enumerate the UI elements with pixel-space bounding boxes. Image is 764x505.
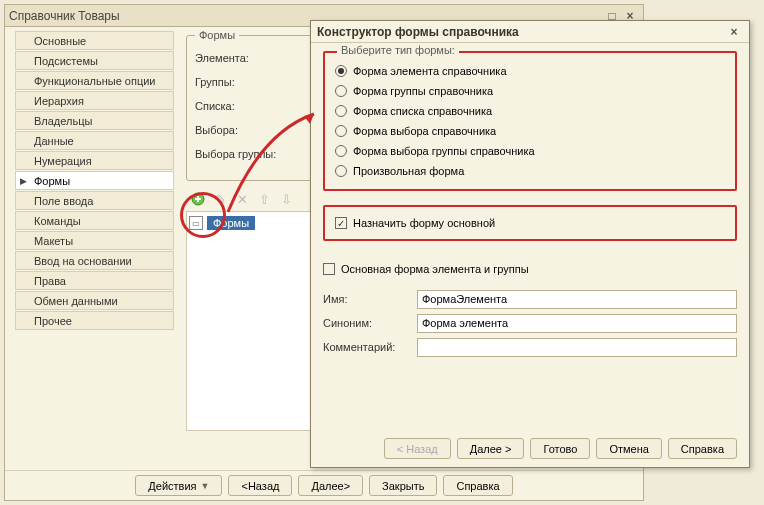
assign-main-group: Назначить форму основной	[323, 205, 737, 241]
radio-icon	[335, 65, 347, 77]
move-up-icon[interactable]: ⇧	[256, 191, 272, 207]
form-type-group: Выберите тип формы: Форма элемента справ…	[323, 51, 737, 191]
edit-icon[interactable]: ✎	[212, 191, 228, 207]
assign-main-checkbox[interactable]: Назначить форму основной	[335, 213, 725, 233]
sidebar-item-input-field[interactable]: Поле ввода	[15, 191, 174, 210]
sidebar-item-data[interactable]: Данные	[15, 131, 174, 150]
sidebar-item-functional-options[interactable]: Функциональные опции	[15, 71, 174, 90]
sidebar-item-subsystems[interactable]: Подсистемы	[15, 51, 174, 70]
list-item-label: Формы	[207, 216, 255, 230]
synonym-input[interactable]	[417, 314, 737, 333]
dlg-help-button[interactable]: Справка	[668, 438, 737, 459]
main-form-checkbox[interactable]: Основная форма элемента и группы	[323, 259, 737, 279]
form-icon: ▭	[189, 216, 203, 230]
label-choice: Выбора:	[195, 124, 291, 136]
label-element: Элемента:	[195, 52, 291, 64]
dialog-title: Конструктор формы справочника	[317, 25, 519, 39]
form-type-legend: Выберите тип формы:	[337, 44, 459, 56]
sidebar-item-hierarchy[interactable]: Иерархия	[15, 91, 174, 110]
comment-label: Комментарий:	[323, 341, 413, 353]
actions-button[interactable]: Действия▼	[135, 475, 222, 496]
sidebar: Основные Подсистемы Функциональные опции…	[5, 27, 178, 470]
radio-list-form[interactable]: Форма списка справочника	[335, 101, 725, 121]
dlg-back-button[interactable]: < Назад	[384, 438, 451, 459]
dlg-done-button[interactable]: Готово	[530, 438, 590, 459]
sidebar-item-exchange[interactable]: Обмен данными	[15, 291, 174, 310]
dialog-titlebar: Конструктор формы справочника ×	[311, 21, 749, 43]
sidebar-item-rights[interactable]: Права	[15, 271, 174, 290]
sidebar-item-commands[interactable]: Команды	[15, 211, 174, 230]
radio-icon	[335, 145, 347, 157]
dialog-close-icon[interactable]: ×	[725, 23, 743, 41]
name-label: Имя:	[323, 293, 413, 305]
help-button[interactable]: Справка	[443, 475, 512, 496]
sidebar-item-templates[interactable]: Макеты	[15, 231, 174, 250]
checkbox-icon	[335, 217, 347, 229]
dialog-footer: < Назад Далее > Готово Отмена Справка	[311, 438, 749, 459]
radio-choice-form[interactable]: Форма выбора справочника	[335, 121, 725, 141]
radio-icon	[335, 125, 347, 137]
sidebar-item-numbering[interactable]: Нумерация	[15, 151, 174, 170]
label-group: Группы:	[195, 76, 291, 88]
move-down-icon[interactable]: ⇩	[278, 191, 294, 207]
sidebar-item-other[interactable]: Прочее	[15, 311, 174, 330]
forms-legend: Формы	[195, 29, 239, 41]
sidebar-item-owners[interactable]: Владельцы	[15, 111, 174, 130]
radio-element-form[interactable]: Форма элемента справочника	[335, 61, 725, 81]
dlg-next-button[interactable]: Далее >	[457, 438, 525, 459]
name-input[interactable]	[417, 290, 737, 309]
radio-icon	[335, 105, 347, 117]
close-button[interactable]: Закрыть	[369, 475, 437, 496]
next-button[interactable]: Далее>	[298, 475, 363, 496]
dlg-cancel-button[interactable]: Отмена	[596, 438, 661, 459]
radio-icon	[335, 165, 347, 177]
label-choice-group: Выбора группы:	[195, 148, 291, 160]
sidebar-item-main[interactable]: Основные	[15, 31, 174, 50]
form-constructor-dialog: Конструктор формы справочника × Выберите…	[310, 20, 750, 468]
back-button[interactable]: <Назад	[228, 475, 292, 496]
sidebar-item-input-on-basis[interactable]: Ввод на основании	[15, 251, 174, 270]
sidebar-item-forms[interactable]: Формы	[15, 171, 174, 190]
delete-icon[interactable]: ✕	[234, 191, 250, 207]
window-title: Справочник Товары	[9, 9, 120, 23]
label-list: Списка:	[195, 100, 291, 112]
comment-input[interactable]	[417, 338, 737, 357]
bottom-bar: Действия▼ <Назад Далее> Закрыть Справка	[5, 470, 643, 500]
checkbox-icon	[323, 263, 335, 275]
radio-choice-group-form[interactable]: Форма выбора группы справочника	[335, 141, 725, 161]
radio-custom-form[interactable]: Произвольная форма	[335, 161, 725, 181]
synonym-label: Синоним:	[323, 317, 413, 329]
add-icon[interactable]	[190, 191, 206, 207]
radio-icon	[335, 85, 347, 97]
radio-group-form[interactable]: Форма группы справочника	[335, 81, 725, 101]
